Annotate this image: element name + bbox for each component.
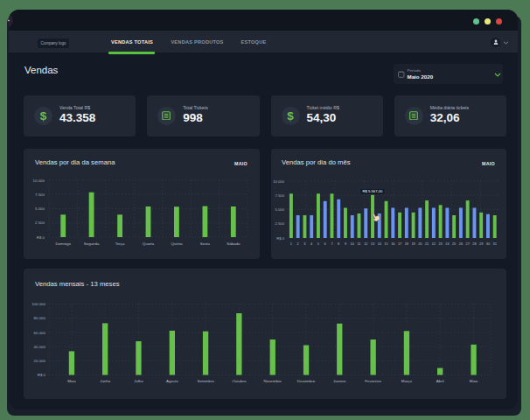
svg-text:24: 24 [445, 242, 450, 246]
svg-text:10: 10 [350, 242, 354, 246]
svg-text:27: 27 [465, 242, 469, 246]
svg-text:7: 7 [331, 242, 332, 246]
svg-text:Fevereiro: Fevereiro [365, 379, 381, 383]
svg-text:40.000: 40.000 [34, 345, 46, 349]
svg-text:10.000: 10.000 [33, 178, 45, 183]
svg-text:Abril: Abril [436, 379, 444, 383]
svg-text:9: 9 [344, 242, 345, 246]
svg-text:17: 17 [397, 242, 401, 246]
svg-text:Julho: Julho [134, 379, 143, 383]
svg-text:31: 31 [492, 242, 496, 246]
svg-text:23: 23 [438, 242, 442, 246]
svg-text:28: 28 [472, 242, 476, 246]
svg-text:8: 8 [338, 242, 339, 246]
svg-text:16: 16 [391, 242, 394, 246]
svg-text:12: 12 [364, 242, 367, 246]
svg-text:2.500: 2.500 [275, 221, 284, 226]
svg-text:11: 11 [357, 242, 360, 246]
svg-text:Terça: Terça [115, 242, 125, 246]
svg-text:5: 5 [317, 242, 318, 246]
svg-text:60.000: 60.000 [34, 331, 46, 335]
svg-text:13: 13 [370, 242, 373, 246]
svg-text:2.500: 2.500 [35, 220, 45, 225]
svg-text:Sexta: Sexta [200, 242, 211, 246]
svg-text:7.500: 7.500 [35, 192, 45, 197]
svg-text:R$ 0: R$ 0 [38, 373, 46, 377]
svg-text:Sábado: Sábado [227, 242, 241, 246]
svg-text:Março: Março [401, 379, 413, 383]
svg-text:20.000: 20.000 [34, 359, 46, 363]
svg-text:14: 14 [377, 242, 381, 246]
svg-text:21: 21 [424, 242, 428, 246]
svg-text:4: 4 [310, 242, 313, 246]
svg-text:R$ 0: R$ 0 [276, 236, 285, 241]
svg-text:Dezembro: Dezembro [297, 379, 316, 383]
svg-text:R$ 0: R$ 0 [37, 235, 45, 240]
svg-text:30: 30 [485, 242, 490, 246]
svg-text:2: 2 [296, 242, 298, 246]
svg-text:Setembro: Setembro [198, 379, 215, 383]
svg-text:Segunda: Segunda [84, 242, 100, 246]
svg-text:15: 15 [384, 242, 387, 246]
svg-text:Domingo: Domingo [55, 242, 71, 246]
svg-text:22: 22 [431, 242, 435, 246]
svg-text:29: 29 [479, 242, 483, 246]
svg-text:6: 6 [324, 242, 325, 246]
svg-text:19: 19 [411, 242, 415, 246]
svg-text:100.000: 100.000 [31, 302, 45, 306]
svg-text:Janeiro: Janeiro [333, 379, 346, 383]
svg-text:Maio: Maio [470, 379, 478, 383]
svg-text:25: 25 [451, 242, 455, 246]
svg-text:3: 3 [303, 242, 305, 246]
svg-text:1: 1 [289, 242, 291, 246]
svg-text:Quinta: Quinta [171, 242, 182, 246]
svg-text:26: 26 [458, 242, 462, 246]
svg-text:5.000: 5.000 [35, 206, 45, 211]
svg-text:18: 18 [404, 242, 408, 246]
svg-text:7.500: 7.500 [275, 193, 284, 198]
svg-text:Agosto: Agosto [166, 379, 178, 383]
svg-text:Junho: Junho [100, 379, 111, 383]
svg-text:80.000: 80.000 [34, 316, 46, 320]
svg-text:Outubro: Outubro [232, 379, 246, 383]
svg-text:20: 20 [418, 242, 422, 246]
svg-text:Novembro: Novembro [264, 379, 282, 383]
svg-text:5.000: 5.000 [275, 207, 284, 212]
svg-text:Maio: Maio [67, 379, 76, 383]
svg-text:Quarta: Quarta [143, 242, 155, 246]
svg-text:10.000: 10.000 [273, 179, 284, 184]
svg-text:R$ 5.567,00: R$ 5.567,00 [362, 189, 382, 193]
